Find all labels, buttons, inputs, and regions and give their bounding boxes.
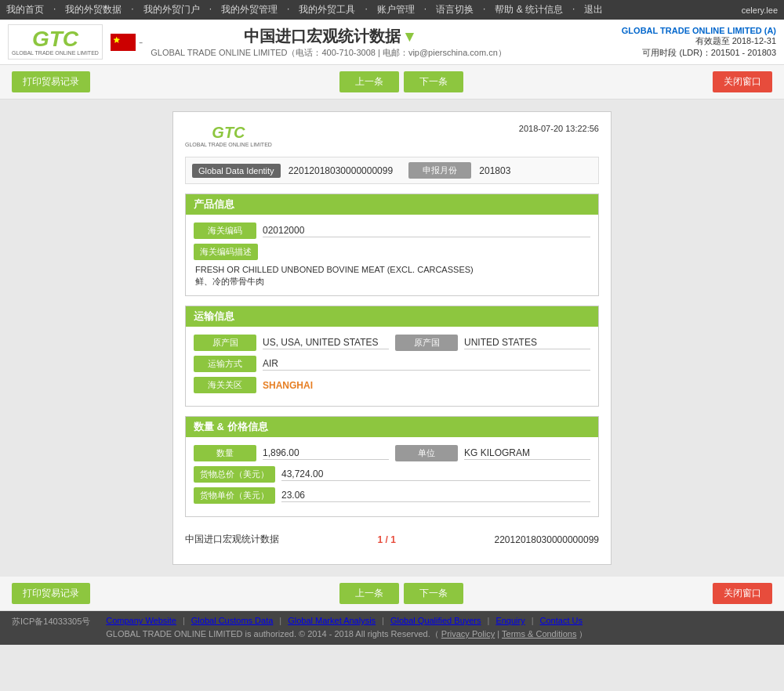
desc-cn: 鲜、冷的带骨牛肉 <box>194 276 590 288</box>
footer-div5: | <box>532 616 534 625</box>
copyright-text: GLOBAL TRADE ONLINE LIMITED is authorize… <box>106 629 438 639</box>
nav-sep6: · <box>424 3 426 16</box>
card-logo: GTC GLOBAL TRADE ONLINE LIMITED <box>185 124 272 147</box>
header-right: GLOBAL TRADE ONLINE LIMITED (A) 有效题至 201… <box>622 26 776 59</box>
close-button-top[interactable]: 关闭窗口 <box>713 71 772 92</box>
footer-link-customs[interactable]: Global Customs Data <box>191 616 274 625</box>
origin-country-label: 原产国 <box>194 335 256 351</box>
footer-copyright-row: GLOBAL TRADE ONLINE LIMITED is authorize… <box>106 628 587 640</box>
hs-desc-row: 海关编码描述 <box>194 244 590 260</box>
unit-price-label: 货物单价（美元） <box>194 487 275 504</box>
logo-arc-text: GTC <box>32 28 78 50</box>
footer-div1: | <box>183 616 185 625</box>
nav-sep5: · <box>365 3 367 16</box>
user-name: celery.lee <box>742 5 778 15</box>
footer-links-row: Company Website | Global Customs Data | … <box>106 616 587 625</box>
quantity-section-title: 数量 & 价格信息 <box>186 417 598 437</box>
customs-zone-value: SHANGHAI <box>263 380 313 391</box>
card-header: GTC GLOBAL TRADE ONLINE LIMITED 2018-07-… <box>185 124 599 147</box>
quantity-section: 数量 & 价格信息 数量 1,896.00 单位 KG KILOGRAM 货物总… <box>185 416 599 517</box>
next-button-bottom[interactable]: 下一条 <box>404 583 463 604</box>
terms-link[interactable]: Terms & Conditions <box>502 629 576 639</box>
copyright-end: ） <box>579 629 587 639</box>
desc-en: FRESH OR CHILLED UNBONED BOVINE MEAT (EX… <box>194 265 590 274</box>
nav-buttons-top: 上一条 下一条 <box>339 71 463 92</box>
account-company-name: GLOBAL TRADE ONLINE LIMITED (A) <box>622 26 776 35</box>
nav-help[interactable]: 帮助 & 统计信息 <box>495 3 563 16</box>
nav-logout[interactable]: 退出 <box>584 3 603 16</box>
hs-code-row: 海关编码 02012000 <box>194 222 590 239</box>
nav-sep3: · <box>209 3 212 16</box>
hs-code-value: 02012000 <box>263 225 590 237</box>
bottom-toolbar: 打印贸易记录 上一条 下一条 关闭窗口 <box>0 577 784 611</box>
identity-row: Global Data Identity 2201201803000000009… <box>185 157 599 184</box>
nav-tools[interactable]: 我的外贸工具 <box>299 3 355 16</box>
global-data-identity-label: Global Data Identity <box>192 164 281 178</box>
nav-home[interactable]: 我的首页 <box>6 3 44 16</box>
record-id-footer: 22012018030000000099 <box>495 534 599 545</box>
footer-div4: | <box>488 616 490 625</box>
print-button-top[interactable]: 打印贸易记录 <box>12 71 90 92</box>
nav-buttons-bottom: 上一条 下一条 <box>339 583 463 604</box>
quantity-value: 1,896.00 <box>263 447 389 460</box>
footer-link-contact[interactable]: Contact Us <box>540 616 583 625</box>
product-section-title: 产品信息 <box>186 194 598 215</box>
transport-method-row: 运输方式 AIR <box>194 356 590 372</box>
quantity-section-body: 数量 1,896.00 单位 KG KILOGRAM 货物总价（美元） 43,7… <box>186 437 598 516</box>
record-card: GTC GLOBAL TRADE ONLINE LIMITED 2018-07-… <box>172 111 612 565</box>
nav-language[interactable]: 语言切换 <box>436 3 474 16</box>
quantity-label: 数量 <box>194 445 256 461</box>
hs-code-label: 海关编码 <box>194 222 256 239</box>
card-logo-sub: GLOBAL TRADE ONLINE LIMITED <box>185 142 272 147</box>
unit-price-row: 货物单价（美元） 23.06 <box>194 487 590 504</box>
ldr-info: 可用时段 (LDR)：201501 - 201803 <box>622 47 776 59</box>
main-content: GTC GLOBAL TRADE ONLINE LIMITED 2018-07-… <box>0 99 784 577</box>
hs-desc-label: 海关编码描述 <box>194 244 258 260</box>
page-title: 中国进口宏观统计数据 ▾ <box>151 26 506 47</box>
header-center: 中国进口宏观统计数据 ▾ GLOBAL TRADE ONLINE LIMITED… <box>151 26 506 59</box>
product-section: 产品信息 海关编码 02012000 海关编码描述 FRESH OR CHILL… <box>185 194 599 296</box>
prev-button-bottom[interactable]: 上一条 <box>339 583 399 604</box>
total-price-row: 货物总价（美元） 43,724.00 <box>194 466 590 483</box>
prev-button-top[interactable]: 上一条 <box>339 71 399 92</box>
nav-sep8: · <box>572 3 575 16</box>
china-flag: ★ · <box>111 34 136 51</box>
origin-country2-value: UNITED STATES <box>464 337 590 349</box>
footer-link-enquiry[interactable]: Enquiry <box>495 616 524 625</box>
nav-management[interactable]: 我的外贸管理 <box>221 3 278 16</box>
close-button-bottom[interactable]: 关闭窗口 <box>713 583 772 604</box>
footer-link-market[interactable]: Global Market Analysis <box>288 616 376 625</box>
footer-link-company[interactable]: Company Website <box>106 616 176 625</box>
footer-link-buyers[interactable]: Global Qualified Buyers <box>390 616 481 625</box>
icp-number: 苏ICP备14033305号 <box>12 616 90 628</box>
transport-method-label: 运输方式 <box>194 356 256 372</box>
transport-method-value: AIR <box>263 358 590 371</box>
nav-trade-data[interactable]: 我的外贸数据 <box>65 3 122 16</box>
transport-section: 运输信息 原产国 US, USA, UNITED STATES 原产国 UNIT… <box>185 306 599 407</box>
nav-sep2: · <box>131 3 133 16</box>
origin-country-row: 原产国 US, USA, UNITED STATES 原产国 UNITED ST… <box>194 335 590 351</box>
page-info: 1 / 1 <box>378 534 396 545</box>
nav-sep7: · <box>483 3 485 16</box>
origin-country-value: US, USA, UNITED STATES <box>263 337 389 349</box>
next-button-top[interactable]: 下一条 <box>404 71 463 92</box>
transport-section-title: 运输信息 <box>186 306 598 327</box>
nav-account[interactable]: 账户管理 <box>377 3 415 16</box>
page-header: GTC GLOBAL TRADE ONLINE LIMITED ★ · - 中国… <box>0 20 784 65</box>
pagination-row: 中国进口宏观统计数据 1 / 1 22012018030000000099 <box>185 526 599 552</box>
top-toolbar: 打印贸易记录 上一条 下一条 关闭窗口 <box>0 65 784 99</box>
validity-date: 有效题至 2018-12-31 <box>622 35 776 47</box>
header-left: GTC GLOBAL TRADE ONLINE LIMITED ★ · - 中国… <box>8 24 506 60</box>
company-subtitle: GLOBAL TRADE ONLINE LIMITED（电话：400-710-3… <box>151 47 506 59</box>
nav-portal[interactable]: 我的外贸门户 <box>143 3 200 16</box>
global-data-identity-value: 22012018030000000099 <box>289 165 401 176</box>
quantity-row: 数量 1,896.00 单位 KG KILOGRAM <box>194 445 590 461</box>
top-navigation: 我的首页 · 我的外贸数据 · 我的外贸门户 · 我的外贸管理 · 我的外贸工具… <box>0 0 784 20</box>
nav-menu: 我的首页 · 我的外贸数据 · 我的外贸门户 · 我的外贸管理 · 我的外贸工具… <box>6 3 603 16</box>
print-button-bottom[interactable]: 打印贸易记录 <box>12 583 90 604</box>
product-section-body: 海关编码 02012000 海关编码描述 FRESH OR CHILLED UN… <box>186 215 598 295</box>
transport-section-body: 原产国 US, USA, UNITED STATES 原产国 UNITED ST… <box>186 327 598 406</box>
footer-div2: | <box>279 616 281 625</box>
privacy-link[interactable]: Privacy Policy <box>441 629 495 639</box>
flag-box: ★ · - <box>111 34 143 51</box>
